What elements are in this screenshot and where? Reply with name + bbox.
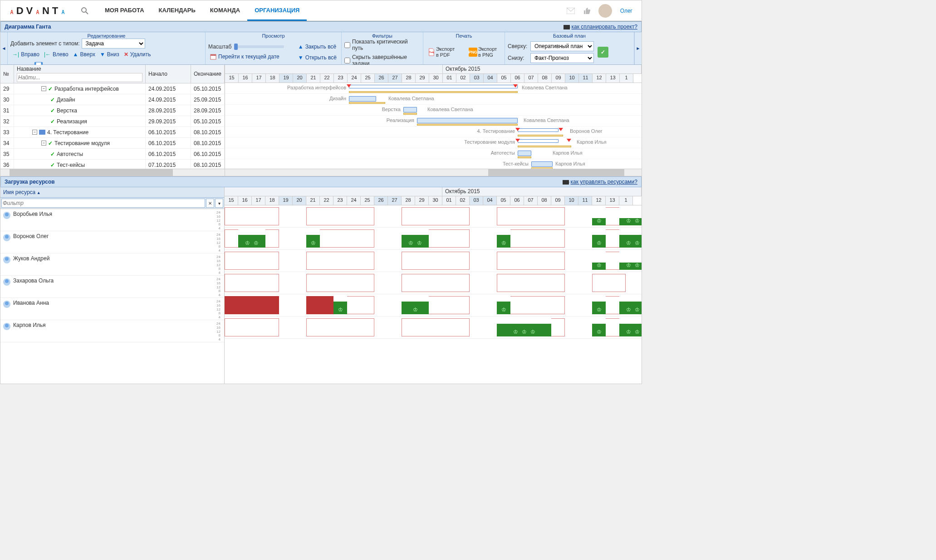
- gantt-bar[interactable]: [518, 128, 559, 132]
- ribbon-scroll-left[interactable]: ◄: [0, 32, 8, 64]
- gantt-baseline-bar: [349, 91, 518, 93]
- gantt-task-label: Автотесты: [225, 150, 515, 156]
- indent-left-button[interactable]: |←Влево: [42, 50, 70, 58]
- element-type-select[interactable]: Задача: [82, 39, 145, 49]
- export-png-button[interactable]: PNG Экспорт в PNG: [466, 45, 503, 58]
- baseline-bottom-select[interactable]: Факт-Прогноз: [530, 53, 594, 63]
- search-icon[interactable]: [81, 7, 88, 15]
- day-cell: 29: [415, 196, 429, 205]
- gantt-bar[interactable]: [518, 139, 559, 143]
- resource-load-bar: ♔: [497, 229, 510, 248]
- gantt-bar[interactable]: [518, 151, 531, 156]
- day-cell: 1: [620, 74, 633, 83]
- gantt-task-label: Тест-кейсы: [225, 161, 529, 166]
- check-icon: ✓: [50, 162, 55, 168]
- gantt-bar[interactable]: [349, 96, 376, 102]
- toggle-icon[interactable]: −: [32, 130, 37, 135]
- grid-hscroll[interactable]: [0, 169, 225, 176]
- filter-dropdown-button[interactable]: ▾: [215, 199, 223, 208]
- move-down-button[interactable]: ▼Вниз: [98, 50, 121, 58]
- folder-icon: [39, 130, 45, 135]
- resource-load-bar: [306, 296, 333, 314]
- day-cell: 13: [606, 196, 619, 205]
- resource-row[interactable]: Воробьев Илья24161284: [0, 209, 224, 231]
- move-up-button[interactable]: ▲Вверх: [71, 50, 97, 58]
- resource-name-col[interactable]: Имя ресурса: [0, 187, 224, 198]
- resource-cell: [402, 252, 470, 270]
- toggle-icon[interactable]: −: [41, 141, 46, 146]
- resource-cell: [306, 207, 374, 225]
- col-no[interactable]: №: [0, 65, 14, 83]
- gantt-assignee-label: Карпов Илья: [555, 161, 585, 166]
- gantt-assignee-label: Ковалева Светлана: [388, 96, 434, 101]
- table-row[interactable]: 34−✓Тестирование модуля06.10.201508.10.2…: [0, 138, 225, 149]
- resource-cell: [497, 252, 565, 270]
- ribbon-group-baseline-title: Базовый план: [508, 33, 631, 40]
- table-row[interactable]: 29−✓Разработка интерфейсов24.09.201505.1…: [0, 83, 225, 94]
- resource-row[interactable]: Иванова Анна24161284: [0, 298, 224, 320]
- filter-clear-button[interactable]: ✕: [206, 199, 214, 208]
- day-cell: 20: [293, 196, 306, 205]
- resources-help-link[interactable]: как управлять ресурсами?: [571, 179, 638, 185]
- goto-today-button[interactable]: Перейти к текущей дате: [208, 53, 284, 61]
- indent-right-button[interactable]: →|Вправо: [10, 50, 41, 58]
- day-cell: 23: [334, 74, 348, 83]
- gantt-bar[interactable]: [349, 85, 518, 88]
- gantt-bar[interactable]: [531, 161, 553, 167]
- table-row[interactable]: 36✓Тест-кейсы07.10.201508.10.2015: [0, 160, 225, 169]
- baseline-top-select[interactable]: Оперативный план: [530, 41, 594, 51]
- mail-icon[interactable]: [567, 8, 575, 14]
- table-row[interactable]: 31✓Верстка28.09.201528.09.2015: [0, 105, 225, 116]
- col-start[interactable]: Начало: [146, 65, 191, 83]
- collapse-all-button[interactable]: ▲Закрыть всё: [296, 43, 338, 51]
- resource-row[interactable]: Воронов Олег24161284: [0, 231, 224, 253]
- day-cell: 25: [361, 196, 374, 205]
- ribbon-group-filter-title: Фильтры: [344, 33, 420, 39]
- expand-all-button[interactable]: ▼Открыть всё: [296, 54, 338, 62]
- col-end[interactable]: Окончание: [191, 65, 225, 83]
- day-cell: 04: [484, 74, 497, 83]
- col-name[interactable]: Название: [14, 65, 146, 83]
- gantt-baseline-bar: [403, 113, 417, 115]
- toggle-icon[interactable]: −: [41, 86, 46, 91]
- gantt-title: Диаграмма Ганта: [5, 24, 51, 30]
- critical-path-checkbox[interactable]: Показать критический путь: [344, 39, 420, 51]
- nav-team[interactable]: КОМАНДА: [203, 0, 247, 21]
- gantt-help-link[interactable]: как спланировать проект?: [572, 24, 637, 30]
- avatar[interactable]: [598, 4, 612, 18]
- scale-slider[interactable]: [234, 45, 284, 48]
- delete-button[interactable]: ✕Удалить: [122, 50, 153, 58]
- username[interactable]: Олег: [620, 8, 632, 14]
- export-pdf-button[interactable]: Экспорт в PDF: [425, 45, 461, 59]
- gantt-bar[interactable]: [403, 107, 417, 112]
- day-cell: 22: [320, 74, 334, 83]
- resource-chart-row: ♔♔♔♔♔♔: [225, 294, 642, 317]
- table-row[interactable]: 30✓Дизайн24.09.201525.09.2015: [0, 94, 225, 105]
- resource-filter-input[interactable]: [1, 199, 205, 208]
- resource-row[interactable]: Карпов Илья24161284: [0, 320, 224, 342]
- table-row[interactable]: 33−4. Тестирование06.10.201508.10.2015: [0, 127, 225, 138]
- add-element-label: Добавить элемент с типом:: [10, 40, 80, 47]
- timeline-month: Октябрь 2015: [443, 65, 642, 73]
- find-input[interactable]: [17, 73, 142, 82]
- gantt-bar[interactable]: [417, 118, 518, 123]
- ribbon-group-edit-title: Редактирование: [10, 33, 202, 39]
- main-nav: МОЯ РАБОТА КАЛЕНДАРЬ КОМАНДА ОРГАНИЗАЦИЯ: [98, 0, 307, 21]
- resource-row[interactable]: Захарова Ольга24161284: [0, 276, 224, 298]
- day-cell: 10: [565, 74, 579, 83]
- nav-mywork[interactable]: МОЯ РАБОТА: [98, 0, 152, 21]
- table-row[interactable]: 32✓Реализация29.09.201505.10.2015: [0, 116, 225, 127]
- ribbon-scroll-right[interactable]: ►: [634, 32, 642, 64]
- trophy-icon: ♔♔: [619, 240, 642, 246]
- gantt-marker-icon: [515, 128, 520, 133]
- day-cell: 06: [511, 74, 524, 83]
- nav-organization[interactable]: ОРГАНИЗАЦИЯ: [247, 0, 307, 21]
- resource-cell: [497, 274, 565, 292]
- like-icon[interactable]: [583, 7, 590, 15]
- day-cell: 16: [238, 196, 252, 205]
- resource-row[interactable]: Жуков Андрей24161284: [0, 253, 224, 276]
- chart-hscroll[interactable]: [225, 169, 642, 176]
- nav-calendar[interactable]: КАЛЕНДАРЬ: [152, 0, 203, 21]
- table-row[interactable]: 35✓Автотесты06.10.201506.10.2015: [0, 149, 225, 160]
- baseline-apply-button[interactable]: ✓: [598, 47, 608, 58]
